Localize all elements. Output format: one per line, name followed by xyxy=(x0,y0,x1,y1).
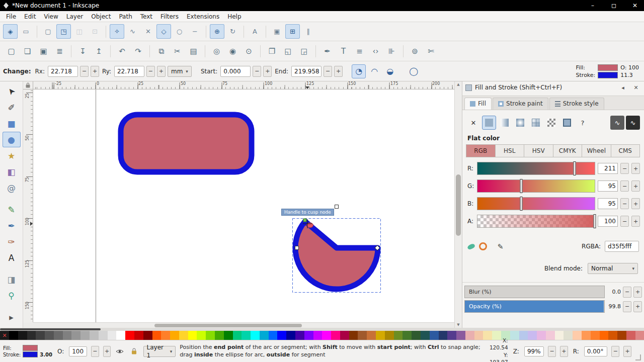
fill-stroke-dialog-button[interactable]: ✒ xyxy=(320,44,335,58)
slider-value-input[interactable]: 95 xyxy=(598,180,618,192)
blur-decrease-button[interactable]: − xyxy=(623,287,631,298)
color-swatch[interactable] xyxy=(99,331,108,340)
menu-item[interactable]: Filters xyxy=(156,12,183,21)
copy-button[interactable]: ⧉ xyxy=(154,44,169,58)
menu-item[interactable]: Edit xyxy=(20,12,40,21)
increase-button[interactable]: + xyxy=(631,163,640,174)
star-tool[interactable]: ★ xyxy=(3,148,21,163)
zoom-selection-button[interactable]: ◎ xyxy=(209,44,224,58)
slider-marker[interactable] xyxy=(594,214,596,228)
arc-slice-object[interactable] xyxy=(295,221,378,289)
color-swatch[interactable] xyxy=(465,331,474,340)
slider-track[interactable] xyxy=(477,215,595,228)
color-swatch[interactable] xyxy=(71,331,80,340)
color-swatch[interactable] xyxy=(573,331,582,340)
radius-x-handle[interactable] xyxy=(295,246,299,250)
menu-item[interactable]: Path xyxy=(115,12,136,21)
decrease-button[interactable]: − xyxy=(620,216,629,227)
flat-color-button[interactable] xyxy=(482,116,496,130)
vertical-ruler[interactable]: 255075100125150 xyxy=(23,89,33,322)
stroke-swatch[interactable] xyxy=(23,351,38,357)
color-swatch[interactable] xyxy=(224,331,233,340)
canvas[interactable]: Handle to cusp node xyxy=(33,89,454,322)
color-swatch[interactable] xyxy=(242,331,251,340)
color-swatch[interactable] xyxy=(152,331,162,340)
zoom-input[interactable]: 99% xyxy=(524,346,544,356)
start-increase-button[interactable]: + xyxy=(263,66,272,77)
snap-nodes-button[interactable]: ✧ xyxy=(110,24,124,39)
opacity-value[interactable]: 99.8 xyxy=(607,303,621,310)
color-swatch[interactable] xyxy=(608,331,617,340)
redo-button[interactable]: ↷ xyxy=(131,44,145,58)
color-swatch[interactable] xyxy=(260,331,269,340)
new-document-button[interactable]: ▢ xyxy=(4,44,19,58)
slider-marker[interactable] xyxy=(520,197,522,211)
text-tool[interactable]: A xyxy=(3,250,21,265)
fill-swatch[interactable] xyxy=(23,345,38,351)
color-swatch[interactable] xyxy=(304,331,313,340)
color-swatch[interactable] xyxy=(358,331,367,340)
color-swatch[interactable] xyxy=(269,331,278,340)
gradient-tool[interactable]: ◨ xyxy=(3,272,21,287)
slider-track[interactable] xyxy=(477,179,595,193)
xml-editor-button[interactable]: ‹› xyxy=(368,44,383,58)
colorspace-tab[interactable]: Wheel xyxy=(582,144,611,157)
color-swatch[interactable] xyxy=(456,331,465,340)
vertical-scrollbar-thumb[interactable] xyxy=(456,174,461,236)
paste-button[interactable]: ▤ xyxy=(186,44,201,58)
layer-select[interactable]: Layer 1▾ xyxy=(143,346,176,357)
color-swatch[interactable] xyxy=(9,331,18,340)
color-swatch[interactable] xyxy=(385,331,394,340)
ruler-corner[interactable] xyxy=(23,81,33,89)
opacity-status-input[interactable]: 100 xyxy=(69,346,87,356)
color-swatch[interactable] xyxy=(206,331,215,340)
pencil-tool[interactable]: ✎ xyxy=(3,202,21,217)
color-swatch[interactable] xyxy=(412,331,421,340)
pen-tool[interactable]: ✒ xyxy=(3,218,21,233)
rx-increase-button[interactable]: + xyxy=(91,66,99,77)
end-decrease-button[interactable]: − xyxy=(324,66,332,77)
maximize-button[interactable]: ◻ xyxy=(605,0,623,11)
start-input[interactable]: 0.000 xyxy=(220,66,251,77)
opacity-status-increase[interactable]: + xyxy=(103,346,111,357)
ellipse-tool[interactable]: ● xyxy=(3,132,21,147)
snap-paths-button[interactable]: ∿ xyxy=(125,24,140,39)
layer-visibility-toggle[interactable] xyxy=(115,346,125,356)
rx-input[interactable]: 22.718 xyxy=(48,66,78,77)
color-swatch[interactable] xyxy=(179,331,188,340)
slider-marker[interactable] xyxy=(520,179,522,193)
colorspace-tab[interactable]: HSV xyxy=(524,144,553,157)
selector-tool[interactable]: ➤ xyxy=(3,83,21,99)
import-button[interactable]: ↧ xyxy=(75,44,90,58)
color-swatch[interactable] xyxy=(170,331,179,340)
color-swatch[interactable] xyxy=(188,331,197,340)
color-swatch[interactable] xyxy=(537,331,546,340)
increase-button[interactable]: + xyxy=(631,180,640,192)
color-swatch[interactable] xyxy=(376,331,385,340)
collapse-button[interactable]: ◂ xyxy=(618,84,628,91)
enable-snapping-button[interactable]: ◈ xyxy=(3,24,18,39)
blur-slider[interactable]: Blur (%) xyxy=(464,286,605,298)
swan-light-button[interactable]: ∿ xyxy=(626,116,640,130)
color-swatch[interactable] xyxy=(313,331,323,340)
color-swatch[interactable] xyxy=(80,331,90,340)
open-document-button[interactable]: ❏ xyxy=(20,44,35,58)
colorspace-tab[interactable]: CMS xyxy=(611,144,640,157)
slider-value-input[interactable]: 100 xyxy=(598,216,618,227)
color-swatch[interactable] xyxy=(90,331,99,340)
text-dialog-button[interactable]: T xyxy=(336,44,351,58)
color-swatch[interactable] xyxy=(116,331,125,340)
arc-button[interactable]: ◠ xyxy=(367,64,381,78)
snap-object-centers-button[interactable]: ⊕ xyxy=(210,24,224,39)
print-button[interactable]: ≣ xyxy=(52,44,67,58)
color-swatch[interactable] xyxy=(63,331,72,340)
minimize-button[interactable]: – xyxy=(584,0,602,11)
menu-item[interactable]: File xyxy=(2,12,20,21)
zoom-decrease-button[interactable]: − xyxy=(548,346,556,357)
swatch-leaf-icon[interactable] xyxy=(467,243,475,250)
color-swatch[interactable] xyxy=(617,331,626,340)
color-swatch[interactable] xyxy=(600,331,609,340)
snap-text-baseline-button[interactable]: A xyxy=(248,24,262,39)
slider-value-input[interactable]: 95 xyxy=(598,198,618,209)
cut-button[interactable]: ✂ xyxy=(170,44,185,58)
